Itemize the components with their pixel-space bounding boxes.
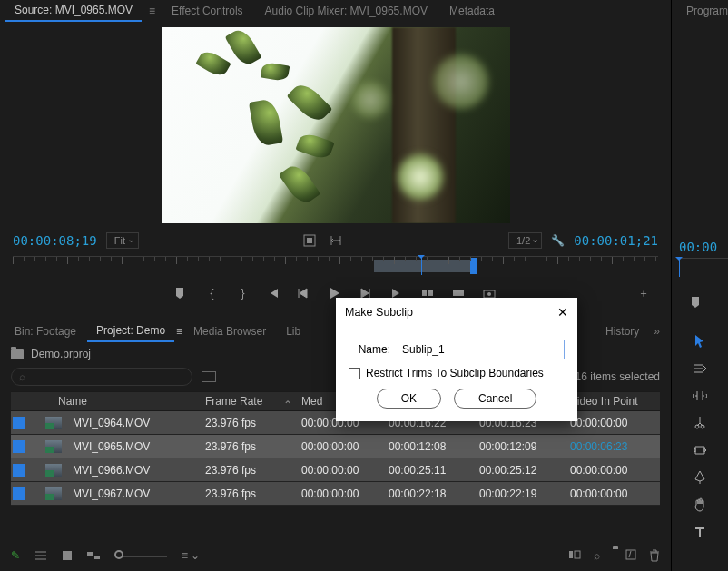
panel-menu-icon[interactable]: ≡ <box>176 325 182 338</box>
tab-audio-mixer[interactable]: Audio Clip Mixer: MVI_0965.MOV <box>256 1 437 21</box>
panel-menu-icon[interactable]: ≡ <box>145 5 159 17</box>
cell-name: MVI_0966.MOV <box>69 464 205 477</box>
cell-name: MVI_0964.MOV <box>69 417 205 429</box>
go-to-in-button[interactable] <box>267 288 281 299</box>
cell-ms: 00:00:00:00 <box>301 464 389 477</box>
svg-rect-4 <box>453 290 464 296</box>
tab-effect-controls[interactable]: Effect Controls <box>162 1 251 21</box>
svg-rect-7 <box>63 551 72 560</box>
overflow-chevron-icon[interactable]: » <box>648 325 665 338</box>
table-row[interactable]: MVI_0967.MOV 23.976 fps 00:00:00:00 00:0… <box>11 482 660 506</box>
tab-source[interactable]: Source: MVI_0965.MOV <box>5 0 142 22</box>
cell-vi: 00:00:00:00 <box>570 487 660 500</box>
svg-rect-9 <box>94 556 100 559</box>
cell-name: MVI_0967.MOV <box>69 487 205 500</box>
button-editor-icon[interactable]: ＋ <box>636 286 651 301</box>
restrict-trims-checkbox[interactable] <box>349 368 360 379</box>
tab-libraries[interactable]: Lib <box>277 321 310 341</box>
column-name[interactable]: Name <box>54 395 205 408</box>
wrench-icon[interactable]: 🔧 <box>551 234 565 247</box>
selection-status: 16 items selected <box>576 370 660 383</box>
type-tool[interactable] <box>672 518 728 546</box>
track-select-tool[interactable] <box>672 355 728 382</box>
settings-icon[interactable] <box>303 234 316 247</box>
column-frame-rate[interactable]: Frame Rate⌃ <box>205 395 301 408</box>
project-name-label: Demo.prproj <box>31 348 91 360</box>
pen-tool[interactable] <box>672 464 728 491</box>
out-point-handle[interactable] <box>470 258 477 274</box>
selection-tool[interactable] <box>672 328 728 355</box>
cancel-button[interactable]: Cancel <box>454 389 536 409</box>
project-footer: ✎ ≡ ⌄ ⌕ <box>11 549 660 562</box>
selection-chip-icon <box>13 464 25 477</box>
tab-bin[interactable]: Bin: Footage <box>5 321 85 341</box>
program-ruler[interactable] <box>677 258 728 276</box>
mark-out-button[interactable]: } <box>236 287 251 300</box>
cell-fr: 23.976 fps <box>205 464 301 477</box>
ruler-playhead[interactable] <box>421 257 422 275</box>
program-timecode[interactable]: 00:00 <box>679 240 717 254</box>
ripple-edit-tool[interactable] <box>672 382 728 409</box>
clip-icon <box>45 464 62 477</box>
tab-history[interactable]: History <box>598 325 646 338</box>
cell-vi: 00:00:00:00 <box>570 464 660 477</box>
automate-to-sequence-icon[interactable] <box>568 549 581 562</box>
slip-tool[interactable] <box>672 437 728 464</box>
name-label: Name: <box>349 343 390 356</box>
svg-point-6 <box>487 292 491 296</box>
thumb-size-slider[interactable] <box>114 549 167 562</box>
icon-view-icon[interactable] <box>62 550 73 561</box>
writable-icon[interactable]: ✎ <box>11 549 20 562</box>
selection-chip-icon <box>13 487 25 500</box>
tab-media-browser[interactable]: Media Browser <box>184 321 275 341</box>
tab-project[interactable]: Project: Demo <box>87 320 174 342</box>
source-panel: Source: MVI_0965.MOV ≡ Effect Controls A… <box>0 0 672 320</box>
clip-icon <box>45 487 62 500</box>
svg-rect-2 <box>422 290 427 296</box>
restrict-trims-label: Restrict Trims To Subclip Boundaries <box>366 367 544 379</box>
clip-icon <box>45 440 62 453</box>
resolution-select[interactable]: 1/2 <box>508 232 542 249</box>
cell-vi: 00:00:00:00 <box>570 417 660 429</box>
table-row[interactable]: MVI_0965.MOV 23.976 fps 00:00:00:00 00:0… <box>11 435 660 458</box>
step-back-button[interactable] <box>298 288 312 299</box>
source-monitor[interactable] <box>162 27 510 223</box>
marker-split-icon[interactable] <box>329 234 343 247</box>
cell-vi: 00:00:06:23 <box>570 440 660 453</box>
table-row[interactable]: MVI_0966.MOV 23.976 fps 00:00:00:00 00:0… <box>11 458 660 482</box>
new-item-icon[interactable] <box>625 549 636 562</box>
cell-md: 00:00:25:12 <box>479 464 570 477</box>
project-folder-icon <box>11 349 24 359</box>
program-panel: Program 00:00 <box>672 0 728 320</box>
ok-button[interactable]: OK <box>377 389 441 409</box>
make-subclip-dialog: Make Subclip ✕ Name: Restrict Trims To S… <box>336 298 577 421</box>
mark-in-button[interactable]: { <box>205 287 220 300</box>
filter-bin-icon[interactable] <box>202 371 216 382</box>
zoom-fit-select[interactable]: Fit <box>106 232 139 249</box>
add-marker-button[interactable] <box>174 287 189 300</box>
source-ruler[interactable] <box>13 256 658 276</box>
list-view-icon[interactable] <box>34 550 47 561</box>
program-add-marker-button[interactable] <box>690 296 701 309</box>
search-input[interactable]: ⌕ <box>11 368 192 386</box>
timecode-row: 00:00:08;19 Fit 1/2 🔧 00:00:01;21 <box>0 229 671 252</box>
source-timecode-duration[interactable]: 00:00:01;21 <box>574 233 658 248</box>
find-icon[interactable]: ⌕ <box>594 549 600 562</box>
razor-tool[interactable] <box>672 409 728 437</box>
delete-icon[interactable] <box>649 549 660 562</box>
sort-menu-icon[interactable]: ≡ ⌄ <box>182 549 200 562</box>
clip-icon <box>45 417 62 429</box>
hand-tool[interactable] <box>672 491 728 518</box>
column-video-in[interactable]: Video In Point <box>570 395 660 408</box>
svg-rect-10 <box>569 551 573 558</box>
tab-metadata[interactable]: Metadata <box>440 1 504 21</box>
cell-me: 00:00:12:08 <box>389 440 479 453</box>
close-icon[interactable]: ✕ <box>557 305 568 320</box>
cell-fr: 23.976 fps <box>205 487 301 500</box>
tab-program[interactable]: Program <box>677 1 728 21</box>
svg-rect-11 <box>575 551 580 558</box>
project-list: MVI_0964.MOV 23.976 fps 00:00:00:00 00:0… <box>11 411 660 506</box>
subclip-name-input[interactable] <box>398 340 565 359</box>
freeform-view-icon[interactable] <box>87 550 100 561</box>
source-timecode-current[interactable]: 00:00:08;19 <box>13 233 97 248</box>
